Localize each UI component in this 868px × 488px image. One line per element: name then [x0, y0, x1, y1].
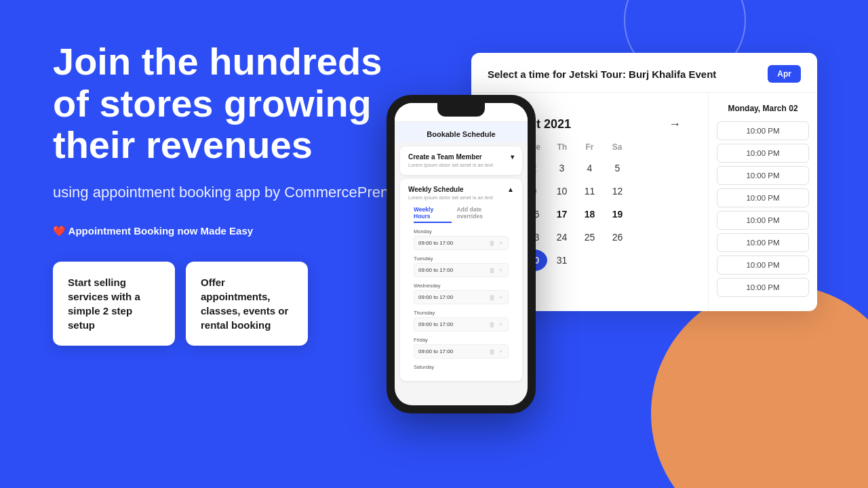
phone-screen: Menu Bookable Schedule Create a Team Mem… [395, 103, 528, 405]
time-slot-8[interactable]: 10:00 PM [717, 278, 809, 297]
phone-mockup: Menu Bookable Schedule Create a Team Mem… [387, 95, 536, 413]
schedule-thursday: Thursday 09:00 to 17:00 🗑 ＋ [408, 307, 514, 334]
time-slot-7[interactable]: 10:00 PM [717, 256, 809, 274]
cal-cell-empty8 [660, 226, 686, 248]
booking-overlay-header: Select a time for Jetski Tour: Burj Khal… [471, 53, 817, 93]
schedule-friday: Friday 09:00 to 17:00 🗑 ＋ [408, 334, 514, 361]
cal-header-th: Th [548, 140, 576, 155]
phone-section-team-sub: Lorem ipsum dolor set amet is an text [408, 162, 514, 168]
left-panel: Join the hundreds of stores growing thei… [53, 41, 419, 346]
time-slot-4[interactable]: 10:00 PM [717, 188, 809, 207]
feature-cards: Start selling services with a simple 2 s… [53, 262, 419, 346]
cal-next-arrow[interactable]: → [669, 117, 681, 131]
feature-card-bookings: Offer appointments, classes, events or r… [186, 262, 308, 346]
cal-cell-empty1 [632, 157, 658, 179]
time-slot-1[interactable]: 10:00 PM [717, 121, 809, 140]
feature-card-setup-text: Start selling services with a simple 2 s… [68, 277, 140, 331]
cal-cell-24[interactable]: 24 [549, 226, 575, 248]
booking-time-section: Monday, March 02 10:00 PM 10:00 PM 10:00… [709, 93, 817, 311]
feature-card-bookings-text: Offer appointments, classes, events or r… [201, 277, 288, 331]
cal-cell-12[interactable]: 12 [604, 180, 631, 202]
phone-content: Create a Team Member ▾ Lorem ipsum dolor… [395, 142, 528, 385]
time-slot-2[interactable]: 10:00 PM [717, 144, 809, 163]
cal-header-su [631, 140, 659, 155]
phone-tabs: Weekly Hours Add date overrides [414, 206, 509, 223]
booking-overlay-title: Select a time for Jetski Tour: Burj Khal… [488, 68, 716, 80]
phone-section-schedule-sub: Lorem ipsum dolor set amet is an text [408, 195, 514, 201]
phone-section-team-title: Create a Team Member ▾ [408, 153, 514, 161]
cal-cell-11[interactable]: 11 [576, 180, 603, 202]
subheadline: using appointment booking app by Commerc… [53, 182, 419, 203]
cal-header-mo [658, 140, 686, 155]
cal-header-sa: Sa [604, 140, 631, 155]
cal-cell-empty12 [660, 249, 686, 271]
cal-cell-empty2 [660, 157, 686, 179]
time-slot-3[interactable]: 10:00 PM [717, 166, 809, 185]
headline: Join the hundreds of stores growing thei… [53, 41, 419, 166]
cal-cell-18[interactable]: 18 [576, 203, 603, 225]
cal-cell-empty3 [632, 180, 658, 202]
cal-cell-3[interactable]: 3 [549, 157, 575, 179]
cal-cell-31[interactable]: 31 [549, 249, 575, 271]
cal-cell-empty10 [604, 249, 631, 271]
cal-cell-empty6 [660, 203, 686, 225]
schedule-monday: Monday 09:00 to 17:00 🗑 ＋ [408, 226, 514, 253]
phone-notch [437, 103, 485, 117]
cal-cell-17[interactable]: 17 [549, 203, 575, 225]
phone-screen-title: Bookable Schedule [427, 130, 495, 138]
bg-decoration-circle-bottom [651, 285, 868, 488]
feature-card-setup: Start selling services with a simple 2 s… [53, 262, 175, 346]
cal-cell-empty9 [576, 249, 603, 271]
phone-outer: Menu Bookable Schedule Create a Team Mem… [387, 95, 536, 413]
badge-row: ❤️ Appointment Booking now Made Easy [53, 225, 419, 237]
schedule-tuesday: Tuesday 09:00 to 17:00 🗑 ＋ [408, 253, 514, 280]
badge-text: ❤️ Appointment Booking now Made Easy [53, 225, 253, 237]
cal-cell-10[interactable]: 10 [549, 180, 575, 202]
cal-cell-5[interactable]: 5 [604, 157, 631, 179]
cal-cell-19[interactable]: 19 [604, 203, 631, 225]
schedule-saturday: Saturday [408, 361, 514, 374]
cal-cell-empty4 [660, 180, 686, 202]
schedule-wednesday: Wednesday 09:00 to 17:00 🗑 ＋ [408, 280, 514, 307]
time-slot-5[interactable]: 10:00 PM [717, 211, 809, 230]
phone-section-schedule: Weekly Schedule ▲ Lorem ipsum dolor set … [400, 179, 522, 381]
booking-overlay-btn[interactable]: Apr [768, 65, 801, 83]
phone-section-schedule-title: Weekly Schedule ▲ [408, 186, 514, 193]
cal-cell-empty7 [632, 226, 658, 248]
cal-cell-4[interactable]: 4 [576, 157, 603, 179]
phone-tab-weekly[interactable]: Weekly Hours [414, 206, 452, 223]
booking-time-date: Monday, March 02 [717, 104, 809, 113]
phone-tab-overrides[interactable]: Add date overrides [457, 206, 509, 223]
cal-cell-empty5 [632, 203, 658, 225]
cal-cell-26[interactable]: 26 [604, 226, 631, 248]
cal-cell-25[interactable]: 25 [576, 226, 603, 248]
cal-cell-empty11 [632, 249, 658, 271]
phone-section-team: Create a Team Member ▾ Lorem ipsum dolor… [400, 146, 522, 175]
cal-header-fr: Fr [576, 140, 604, 155]
time-slot-6[interactable]: 10:00 PM [717, 233, 809, 252]
